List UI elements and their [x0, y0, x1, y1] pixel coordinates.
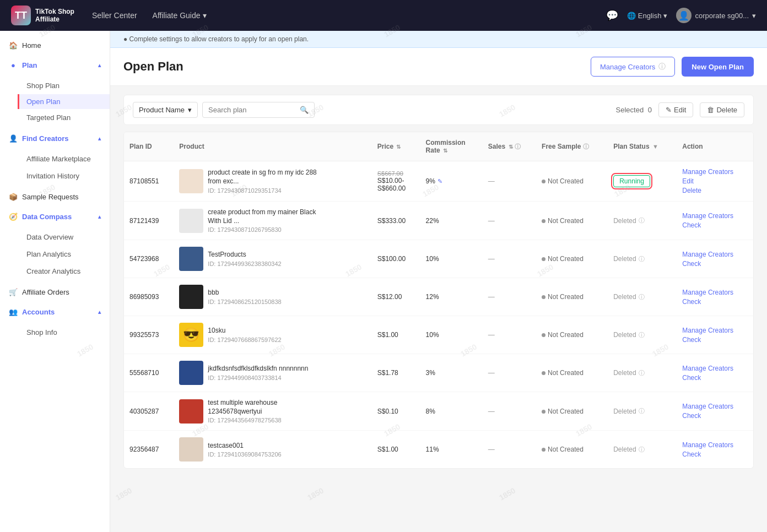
- sidebar-section-accounts[interactable]: 👥 Accounts ▴: [0, 302, 110, 322]
- user-menu[interactable]: 👤 corporate sg00... ▾: [676, 8, 756, 23]
- action-link-check[interactable]: Check: [682, 298, 748, 306]
- cell-free-sample: Not Created: [536, 202, 608, 240]
- main-layout: 🏠 Home ● Plan ▴ Shop Plan Open Plan Targ…: [0, 31, 767, 532]
- action-link-delete[interactable]: Delete: [682, 187, 748, 194]
- cell-commission-rate: 10%: [420, 316, 483, 354]
- cell-product: create product from my mainer Black With…: [174, 202, 371, 240]
- search-input[interactable]: [208, 106, 296, 114]
- table-container: Plan ID Product Price ⇅ CommissionRate ⇅: [123, 132, 754, 469]
- cell-action: Manage CreatorsEditDelete: [677, 161, 753, 202]
- sidebar-item-invitation-history[interactable]: Invitation History: [18, 167, 110, 184]
- chevron-down-icon: ▾: [203, 11, 207, 20]
- sidebar-item-affiliate-marketplace[interactable]: Affiliate Marketplace: [18, 150, 110, 167]
- commission-edit-icon[interactable]: ✎: [437, 178, 442, 185]
- page-title: Open Plan: [123, 59, 183, 74]
- sidebar-item-shop-plan[interactable]: Shop Plan: [18, 77, 110, 94]
- sidebar-item-data-overview[interactable]: Data Overview: [18, 229, 110, 246]
- filter-dropdown[interactable]: Product Name ▾: [133, 102, 198, 118]
- sidebar-section-data-compass[interactable]: 🧭 Data Compass ▴: [0, 207, 110, 226]
- cell-sales: —: [483, 431, 536, 469]
- table-body: 87108551 product create in sg fro m my i…: [124, 161, 753, 469]
- sidebar-item-shop-info[interactable]: Shop Info: [18, 324, 110, 341]
- table-row: 40305287 test multiple warehouse 1234567…: [124, 392, 753, 431]
- cell-product: 😎 10sku ID: 1729407668867597622: [174, 316, 371, 354]
- delete-button[interactable]: 🗑 Delete: [700, 102, 744, 117]
- sidebar-item-plan-analytics[interactable]: Plan Analytics: [18, 246, 110, 263]
- nav-seller-center[interactable]: Seller Center: [92, 11, 137, 20]
- cell-product: testcase001 ID: 1729410369084753206: [174, 431, 371, 469]
- cell-action: Manage CreatorsCheck: [677, 392, 753, 431]
- sort-icon[interactable]: ⇅: [396, 144, 401, 150]
- action-link-manage-creators[interactable]: Manage Creators: [682, 212, 748, 220]
- info-icon: ⓘ: [639, 216, 645, 225]
- affiliate-orders-icon: 🛒: [9, 287, 18, 296]
- sidebar-item-affiliate-orders-label: Affiliate Orders: [22, 288, 69, 296]
- action-link-check[interactable]: Check: [682, 450, 748, 458]
- sidebar-item-targeted-plan[interactable]: Targeted Plan: [18, 109, 110, 126]
- cell-plan-status: Deleted ⓘ: [608, 202, 677, 240]
- sample-requests-icon: 📦: [9, 192, 18, 201]
- cell-price: S$667.00S$10.00-S$660.00: [372, 161, 420, 202]
- sidebar-item-sample-requests[interactable]: 📦 Sample Requests: [0, 187, 110, 207]
- action-link-manage-creators[interactable]: Manage Creators: [682, 365, 748, 372]
- chevron-up-icon: ▴: [98, 309, 101, 315]
- new-open-plan-button[interactable]: New Open Plan: [682, 57, 754, 77]
- cell-sales: —: [483, 278, 536, 316]
- cell-plan-id: 54723968: [124, 240, 174, 278]
- sidebar-item-home[interactable]: 🏠 Home: [0, 35, 110, 55]
- cell-action: Manage CreatorsCheck: [677, 431, 753, 469]
- cell-sales: —: [483, 240, 536, 278]
- cell-free-sample: Not Created: [536, 431, 608, 469]
- info-icon: ⓘ: [639, 331, 645, 339]
- sidebar-item-open-plan[interactable]: Open Plan: [18, 94, 110, 109]
- sort-icon[interactable]: ⇅: [509, 144, 513, 150]
- sidebar-item-creator-analytics[interactable]: Creator Analytics: [18, 263, 110, 280]
- cell-action: Manage CreatorsCheck: [677, 240, 753, 278]
- nav-affiliate-guide[interactable]: Affiliate Guide ▾: [153, 11, 207, 20]
- sidebar-section-find-creators[interactable]: 👤 Find Creators ▴: [0, 128, 110, 148]
- language-selector[interactable]: 🌐 English ▾: [627, 12, 668, 20]
- main-content: ● Complete settings to allow creators to…: [110, 31, 767, 532]
- chat-icon-button[interactable]: 💬: [606, 9, 618, 21]
- cell-free-sample: Not Created: [536, 161, 608, 202]
- action-link-manage-creators[interactable]: Manage Creators: [682, 403, 748, 410]
- manage-creators-button[interactable]: Manage Creators ⓘ: [591, 57, 675, 77]
- cell-price: S$1.00: [372, 431, 420, 469]
- cell-commission-rate: 3%: [420, 354, 483, 392]
- info-icon: ⓘ: [639, 369, 645, 377]
- action-link-manage-creators[interactable]: Manage Creators: [682, 289, 748, 296]
- cell-free-sample: Not Created: [536, 354, 608, 392]
- action-link-edit[interactable]: Edit: [682, 177, 748, 185]
- sidebar-section-data-compass-label: Data Compass: [22, 213, 72, 221]
- action-link-check[interactable]: Check: [682, 336, 748, 344]
- edit-button[interactable]: ✎ Edit: [658, 102, 693, 117]
- action-link-manage-creators[interactable]: Manage Creators: [682, 168, 748, 176]
- action-link-check[interactable]: Check: [682, 374, 748, 382]
- action-link-check[interactable]: Check: [682, 260, 748, 268]
- cell-commission-rate: 9% ✎: [420, 161, 483, 202]
- sidebar-item-affiliate-orders[interactable]: 🛒 Affiliate Orders: [0, 282, 110, 302]
- sidebar-section-plan[interactable]: ● Plan ▴: [0, 55, 110, 75]
- chevron-down-icon: ▾: [752, 12, 756, 20]
- info-icon: ⓘ: [639, 255, 645, 263]
- page-header: Open Plan Manage Creators ⓘ New Open Pla…: [110, 48, 767, 86]
- action-link-manage-creators[interactable]: Manage Creators: [682, 251, 748, 258]
- action-link-manage-creators[interactable]: Manage Creators: [682, 327, 748, 334]
- sort-icon[interactable]: ⇅: [443, 148, 447, 154]
- top-banner: ● Complete settings to allow creators to…: [110, 31, 767, 48]
- delete-label: Delete: [716, 106, 737, 114]
- search-input-wrap: 🔍: [202, 102, 315, 118]
- col-free-sample: Free Sample ⓘ: [536, 132, 608, 161]
- cell-plan-status: Deleted ⓘ: [608, 316, 677, 354]
- action-link-check[interactable]: Check: [682, 221, 748, 229]
- status-badge-deleted: Deleted ⓘ: [613, 369, 671, 377]
- toolbar-right: Selected 0 ✎ Edit 🗑 Delete: [616, 102, 744, 117]
- sidebar-find-creators-submenu: Affiliate Marketplace Invitation History: [0, 148, 110, 187]
- action-link-check[interactable]: Check: [682, 412, 748, 420]
- cell-product: test multiple warehouse 12345678qwertyui…: [174, 392, 371, 431]
- action-link-manage-creators[interactable]: Manage Creators: [682, 441, 748, 449]
- cell-plan-id: 55568710: [124, 354, 174, 392]
- cell-price: S$100.00: [372, 240, 420, 278]
- filter-icon[interactable]: ▼: [652, 143, 658, 150]
- cell-plan-status: Deleted ⓘ: [608, 278, 677, 316]
